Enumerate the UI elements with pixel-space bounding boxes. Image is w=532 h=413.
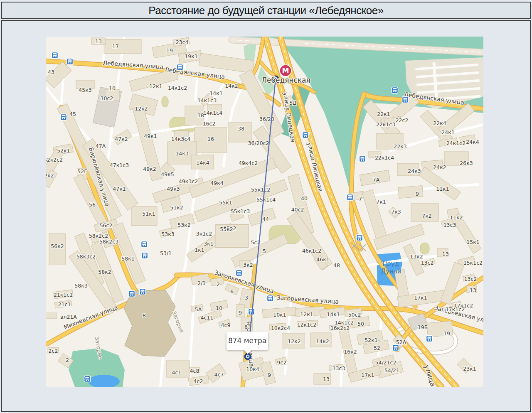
building-label: 9с2 — [277, 359, 287, 366]
bus-stop-icon[interactable] — [402, 97, 409, 103]
building-label: 12к2 — [288, 338, 300, 344]
building-label: 17к1 — [361, 372, 374, 378]
building-label: 53к3 — [161, 231, 174, 237]
building-label: 2 — [217, 281, 220, 288]
building-label: 51к2 — [170, 204, 183, 211]
building-label: 52Г — [77, 168, 87, 175]
building-label: 50с2 — [348, 312, 361, 318]
bus-stop-icon[interactable] — [347, 194, 353, 201]
building-label: 48 — [333, 262, 340, 268]
building-label: 14к4 — [196, 160, 209, 166]
distance-callout[interactable]: 874 метра — [227, 332, 268, 354]
bus-stop-icon[interactable] — [267, 295, 273, 302]
bus-stop-icon[interactable] — [140, 289, 146, 295]
building-label: 16с2 — [203, 120, 216, 127]
building-label: 13с2 — [464, 276, 477, 282]
building-label: 3к1 — [204, 241, 213, 247]
bus-stop-icon[interactable] — [357, 235, 363, 241]
building-label: 49к3с2 — [179, 178, 198, 184]
building-label: 11к1 — [436, 186, 449, 192]
building-label: 14к3 — [175, 150, 188, 157]
building-label: 7к2 — [422, 213, 431, 219]
title-bar: Расстояние до будущей станции «Лебедянск… — [1, 2, 531, 19]
building-label: 13 — [95, 38, 102, 44]
bus-stop-icon[interactable] — [52, 52, 58, 59]
building-label: 46к1 — [316, 256, 329, 263]
measure-endpoint[interactable] — [245, 354, 251, 359]
building-label: 9 — [239, 310, 242, 316]
bus-stop-icon[interactable] — [393, 345, 399, 351]
building-label: 49к4с2 — [239, 160, 258, 166]
building-label: 49к2 — [143, 166, 156, 172]
bus-stop-icon[interactable] — [67, 59, 73, 65]
building-label: 24к3 — [408, 168, 421, 174]
building-label: 2/1 — [197, 280, 206, 286]
building-label: 12к1с2 — [297, 322, 316, 328]
building-label: 58к2с3 — [99, 238, 118, 245]
bus-stop-icon[interactable] — [236, 270, 242, 276]
building-label: 19 — [443, 330, 450, 337]
map-canvas[interactable]: Лебедянская улицаЛебедянская улицаулица … — [46, 37, 483, 387]
building-label: 14к3с4 — [171, 136, 190, 142]
bus-stop-icon[interactable] — [426, 336, 433, 342]
building-label: 10 — [109, 85, 116, 91]
building-label: 6 — [230, 288, 234, 295]
building-label: 9 — [268, 372, 271, 378]
building — [441, 262, 464, 305]
building-label: 55к2 — [220, 226, 233, 232]
building-label: 5А — [195, 306, 202, 312]
building-label: 9 — [416, 191, 419, 197]
building-label: 47А — [96, 143, 106, 149]
bus-stop-icon[interactable] — [177, 64, 183, 71]
building-label: 46к1с2 — [302, 248, 321, 254]
metro-station-marker[interactable]: М — [280, 65, 291, 76]
building-label: 22к4 — [433, 120, 446, 126]
building-label: 15к1с2 — [463, 260, 483, 266]
building-label: 58к1 — [121, 256, 134, 262]
building-label: 21к1с1 — [54, 292, 73, 298]
building-label: 54/21с2 — [375, 359, 397, 366]
bus-stop-icon[interactable] — [84, 376, 91, 382]
building-label: 36/20с2 — [248, 140, 269, 146]
building-label: 58к3с2 — [76, 253, 96, 260]
water-label: Дунай — [381, 268, 401, 275]
building-label: 12к1 — [149, 83, 162, 89]
bus-stop-icon[interactable] — [129, 291, 135, 297]
distance-value: 874 метра — [228, 337, 266, 345]
building-8 — [124, 290, 176, 356]
bus-stop-icon[interactable] — [303, 132, 309, 138]
building-label: 45 — [69, 111, 76, 117]
bus-stop-icon[interactable] — [360, 156, 366, 162]
building-label: 21с1 — [58, 301, 71, 307]
bus-stop-icon[interactable] — [249, 309, 255, 315]
building-label: 12к1 — [300, 311, 313, 317]
building-label: 3к2 — [243, 262, 253, 268]
bus-stop-icon[interactable] — [61, 114, 67, 120]
bus-stop-icon[interactable] — [142, 253, 148, 259]
district-label: Загорье — [171, 310, 185, 334]
building — [398, 186, 423, 199]
building-label: 49к5 — [161, 171, 174, 177]
water-label: Пруд — [382, 260, 399, 268]
map-svg[interactable]: Лебедянская улицаЛебедянская улицаулица … — [46, 37, 483, 387]
building-label: 4с11 — [201, 315, 214, 321]
building-label: 40 — [301, 195, 308, 202]
building-label: 56к2 — [51, 243, 64, 249]
building-label: 23к1 — [463, 366, 476, 372]
building-label: 19к1 — [185, 53, 197, 59]
building-label: 40с2 — [291, 206, 304, 213]
building-label: 19Б — [418, 324, 428, 330]
building-label: 55к1с3 — [231, 208, 250, 214]
building-label: 2к2 — [46, 172, 54, 179]
building-label: 10с2 — [101, 95, 113, 101]
building-label: 26к3 — [460, 160, 473, 166]
building-label: 8 — [244, 324, 248, 330]
building-label: 10к1 — [273, 312, 286, 318]
building-label: 8 — [143, 312, 146, 319]
bus-stop-icon[interactable] — [392, 87, 398, 93]
building-label: 13с3 — [332, 365, 345, 371]
bus-stop-icon[interactable] — [141, 241, 148, 248]
building-label: 13 — [442, 251, 449, 257]
building-label: 7 — [359, 196, 362, 202]
content-area: Лебедянская улицаЛебедянская улицаулица … — [1, 20, 531, 412]
